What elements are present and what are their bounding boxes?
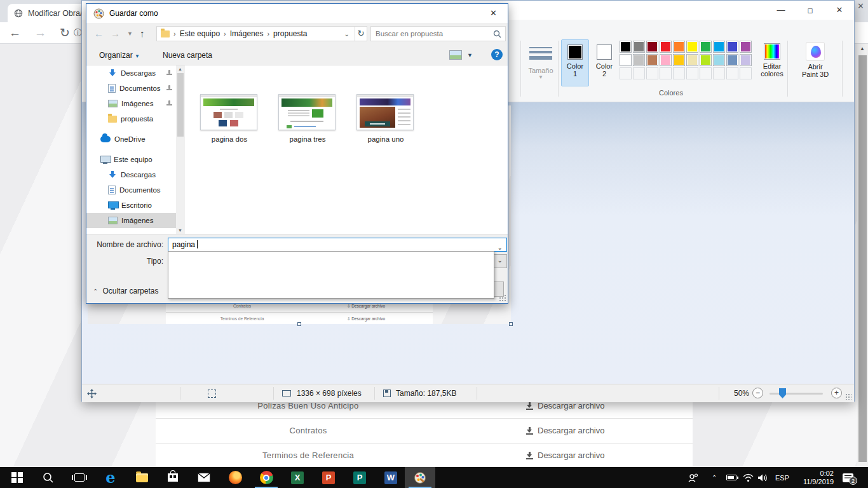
taskbar-paint-icon-active[interactable] [405,467,435,488]
open-paint3d-button[interactable]: AbrirPaint 3D [791,39,839,86]
zoom-slider-track[interactable] [770,393,823,395]
recent-locations-icon[interactable]: ▼ [127,30,133,37]
palette-empty-slot[interactable] [620,67,632,79]
sidebar-item-este-equipo[interactable]: Este equipo [86,152,176,167]
palette-swatch[interactable] [686,54,698,66]
taskbar-search-button[interactable] [33,467,64,488]
palette-empty-slot[interactable] [646,67,658,79]
dialog-back-button[interactable]: ← [94,28,104,39]
hide-folders-button[interactable]: ⌃ Ocultar carpetas [93,284,158,298]
scroll-down-arrow[interactable]: ▼ [178,228,182,233]
breadcrumb-item[interactable]: Este equipo [180,29,220,38]
tray-expand-icon[interactable]: ⌃ [712,467,717,488]
browser-scrollbar[interactable]: ▲ [857,44,868,467]
organize-menu[interactable]: Organizar ▼ [99,51,140,60]
minimize-button[interactable]: — [766,1,796,20]
palette-empty-slot[interactable] [633,67,645,79]
sidebar-item-descargas2[interactable]: Descargas [86,167,176,182]
breadcrumb[interactable]: › Este equipo › Imágenes › propuesta ⌄ [156,26,355,41]
battery-icon[interactable] [726,467,736,488]
sidebar-item-onedrive[interactable]: OneDrive [86,132,176,147]
back-button[interactable]: ← [9,22,21,44]
filetype-dropdown-list[interactable] [168,251,494,299]
color1-button[interactable]: Color1 [561,39,589,86]
canvas-resize-handle-bottom[interactable] [297,322,301,326]
taskbar-powerpoint-icon[interactable]: P [313,467,344,488]
taskbar-store-icon[interactable] [158,467,188,488]
breadcrumb-item[interactable]: propuesta [273,29,307,38]
color2-button[interactable]: Color2 [590,39,618,86]
palette-swatch[interactable] [620,41,632,53]
palette-swatch[interactable] [740,54,752,66]
palette-empty-slot[interactable] [660,67,672,79]
scrollbar-thumb[interactable] [858,55,867,462]
palette-empty-slot[interactable] [726,67,738,79]
zoom-out-button[interactable]: − [752,388,763,398]
palette-swatch[interactable] [740,41,752,53]
sidebar-item-imagenes-selected[interactable]: Imágenes [86,213,176,228]
taskbar-publisher-icon[interactable]: P [344,467,375,488]
chevron-down-icon[interactable]: ⌄ [498,241,503,254]
clock[interactable]: 0:02 11/9/2019 [794,467,834,488]
maximize-button[interactable]: ◻ [796,1,825,20]
palette-empty-slot[interactable] [713,67,725,79]
size-button[interactable]: Tamaño ▼ [526,39,556,86]
download-link[interactable]: Descargar archivo [526,451,605,460]
breadcrumb-dropdown-icon[interactable]: ⌄ [344,30,355,37]
palette-swatch[interactable] [633,41,645,53]
sidebar-item-escritorio[interactable]: Escritorio [86,198,176,213]
palette-swatch[interactable] [713,41,725,53]
zoom-slider-thumb[interactable] [779,388,786,398]
palette-swatch[interactable] [673,41,685,53]
palette-swatch[interactable] [620,54,632,66]
scroll-up-arrow[interactable]: ▲ [860,46,865,51]
sidebar-item-imagenes[interactable]: Imágenes [86,96,176,111]
taskbar-explorer-icon[interactable] [126,467,157,488]
view-mode-icon[interactable] [449,50,462,60]
dialog-help-icon[interactable]: ? [491,49,503,60]
scroll-up-arrow[interactable]: ▲ [178,67,182,71]
palette-swatch[interactable] [726,54,738,66]
task-view-button[interactable] [64,467,95,488]
forward-button[interactable]: → [34,22,46,44]
filename-input[interactable]: pagina ⌄ [168,238,507,252]
window-resize-grip[interactable] [845,393,851,400]
palette-swatch[interactable] [646,54,658,66]
palette-swatch[interactable] [713,54,725,66]
palette-swatch[interactable] [660,41,672,53]
navpane-scrollbar[interactable]: ▲ ▼ [176,65,185,234]
close-button[interactable]: ✕ [825,1,854,20]
palette-empty-slot[interactable] [673,67,685,79]
palette-empty-slot[interactable] [740,67,752,79]
scrollbar-thumb[interactable] [177,73,184,137]
palette-swatch[interactable] [673,54,685,66]
file-pagina-uno[interactable]: pagina uno [356,94,415,143]
action-center-icon[interactable]: 2 [843,467,853,488]
taskbar-chrome-icon[interactable] [251,467,281,488]
edit-colors-button[interactable]: Editarcolores [757,39,787,86]
sidebar-item-documentos2[interactable]: Documentos [86,182,176,198]
wifi-icon[interactable] [743,467,754,488]
language-indicator[interactable]: ESP [775,467,789,488]
new-folder-button[interactable]: Nueva carpeta [163,51,212,60]
dialog-forward-button[interactable]: → [111,28,120,39]
dialog-refresh-button[interactable]: ↻ [355,26,367,41]
volume-icon[interactable] [757,467,768,488]
palette-swatch[interactable] [700,54,712,66]
file-pagina-tres[interactable]: pagina tres [278,94,337,143]
dialog-close-button[interactable]: ✕ [479,4,508,23]
sidebar-item-documentos[interactable]: Documentos [86,81,176,96]
people-icon[interactable] [688,467,699,488]
palette-swatch[interactable] [726,41,738,53]
zoom-in-button[interactable]: + [831,388,842,398]
taskbar-word-icon[interactable]: W [376,467,406,488]
palette-empty-slot[interactable] [700,67,712,79]
sidebar-item-propuesta[interactable]: propuesta [86,111,176,126]
taskbar-mail-icon[interactable] [189,467,219,488]
palette-swatch[interactable] [700,41,712,53]
up-one-level-button[interactable]: ↑ [140,28,145,39]
view-mode-dropdown-icon[interactable]: ▼ [467,52,473,58]
download-link[interactable]: Descargar archivo [526,426,605,435]
refresh-button[interactable]: ↻ [60,22,70,44]
search-input[interactable]: Buscar en propuesta [370,26,506,41]
